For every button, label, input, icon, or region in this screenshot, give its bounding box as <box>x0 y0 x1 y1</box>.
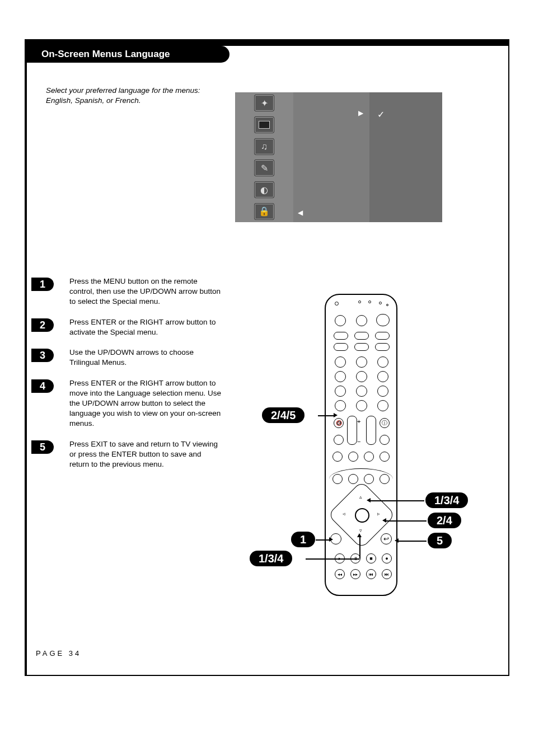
remote-button <box>364 452 374 462</box>
volume-rocker <box>347 416 357 445</box>
leader-line <box>316 539 329 541</box>
intro-text: Select your preferred language for the m… <box>46 86 219 105</box>
step: 5 Press EXIT to save and return to TV vi… <box>31 439 222 470</box>
numpad-button <box>356 356 367 368</box>
steps-list: 1 Press the MENU button on the remote co… <box>31 276 222 480</box>
enter-button <box>355 508 369 523</box>
osd-menu-illustration: ✦ ♫ ✎ ◐ 🔒 ▶ ◀ ✓ <box>235 92 442 222</box>
up-arrow-icon: ▵ <box>359 494 362 500</box>
down-arrow-icon: ▿ <box>359 528 362 533</box>
remote-button <box>334 435 344 445</box>
remote-button <box>334 332 348 340</box>
remote-button <box>354 332 369 340</box>
leader-arrow-icon <box>357 533 362 537</box>
next-track-button: ⏭ <box>382 569 392 579</box>
exit-button: ↩ <box>381 533 392 544</box>
step-number: 1 <box>31 278 54 291</box>
numpad-button <box>377 356 388 368</box>
remote-button <box>375 343 390 351</box>
numpad-button <box>356 400 367 411</box>
numpad-button <box>335 356 346 368</box>
step: 2 Press ENTER or the RIGHT arrow button … <box>31 317 222 337</box>
indicator-dot <box>379 302 382 304</box>
plus-icon: + <box>357 418 360 425</box>
remote-button <box>364 474 374 484</box>
section-title: On-Screen Menus Language <box>25 46 229 63</box>
page-number: PAGE 34 <box>36 649 81 658</box>
step-number: 2 <box>31 318 54 332</box>
leader-line <box>386 520 427 522</box>
remote-button <box>332 452 343 462</box>
numpad-button <box>335 371 346 382</box>
remote-illustration: 🔇 + − ⓘ ▵ ▿ ◃ ▹ ↩ ▸ ⏸ ■ ● ◂◂ <box>325 294 397 596</box>
callout-1: 1 <box>291 532 315 547</box>
numpad-button <box>377 400 388 411</box>
channel-rocker <box>366 416 376 445</box>
leader-line <box>306 558 359 560</box>
record-button: ● <box>382 553 392 564</box>
indicator-dot <box>386 304 388 306</box>
right-arrow-icon: ▹ <box>377 511 380 516</box>
power-button <box>376 314 390 326</box>
remote-button <box>334 343 348 351</box>
callout-2-4-5: 2/4/5 <box>262 407 305 423</box>
osd-right-arrow-icon: ▶ <box>358 109 363 117</box>
leader-line <box>359 537 360 558</box>
osd-check-icon: ✓ <box>377 109 385 120</box>
left-arrow-icon: ◃ <box>343 511 345 516</box>
remote-button <box>380 435 390 445</box>
remote-button <box>354 343 369 351</box>
leader-arrow-icon <box>334 413 338 417</box>
numpad-button <box>335 400 346 411</box>
leader-line <box>318 415 334 416</box>
callout-2-4: 2/4 <box>428 513 461 528</box>
rewind-button: ◂◂ <box>335 569 345 579</box>
leader-arrow-icon <box>367 498 371 503</box>
numpad-button <box>335 386 346 397</box>
numpad-button <box>356 386 367 397</box>
special-icon: ◐ <box>254 181 274 198</box>
lock-icon: 🔒 <box>254 203 274 220</box>
step-text: Use the UP/DOWN arrows to choose Triling… <box>69 348 222 368</box>
info-button: ⓘ <box>380 418 390 428</box>
leader-arrow-icon <box>329 537 333 542</box>
leader-line <box>399 541 427 542</box>
remote-button <box>356 315 367 326</box>
tv-icon <box>254 116 274 133</box>
remote-button <box>348 474 358 484</box>
osd-left-arrow-icon: ◀ <box>298 209 303 217</box>
step-text: Press ENTER or the RIGHT arrow button to… <box>69 378 222 429</box>
indicator-dot <box>335 302 339 306</box>
leader-arrow-icon <box>395 538 399 543</box>
manual-page: On-Screen Menus Language Select your pre… <box>0 0 534 756</box>
clock-icon: ✎ <box>254 159 274 176</box>
indicator-dot <box>368 300 371 303</box>
callout-5: 5 <box>428 533 452 548</box>
step-text: Press ENTER or the RIGHT arrow button to… <box>69 317 222 337</box>
numpad-button <box>377 386 388 397</box>
numpad-button <box>377 371 388 382</box>
callout-1-3-4-right: 1/3/4 <box>425 492 468 508</box>
speaker-icon: ♫ <box>254 138 274 155</box>
mute-button: 🔇 <box>334 418 344 428</box>
osd-icon-column: ✦ ♫ ✎ ◐ 🔒 <box>235 92 293 222</box>
indicator-dot <box>358 300 361 303</box>
step-number: 5 <box>31 440 54 454</box>
step-text: Press EXIT to save and return to TV view… <box>69 439 222 470</box>
numpad-button <box>356 371 367 382</box>
step: 3 Use the UP/DOWN arrows to choose Trili… <box>31 348 222 368</box>
fastforward-button: ▸▸ <box>350 569 360 579</box>
osd-middle-column: ▶ ◀ <box>293 92 369 222</box>
step-text: Press the MENU button on the remote cont… <box>69 276 222 307</box>
callout-1-3-4-left: 1/3/4 <box>250 551 292 566</box>
remote-button <box>335 315 346 326</box>
stop-button: ■ <box>366 553 376 564</box>
remote-button <box>348 452 358 462</box>
step: 4 Press ENTER or the RIGHT arrow button … <box>31 378 222 429</box>
remote-button <box>380 474 390 484</box>
leader-line <box>371 500 424 501</box>
prev-track-button: ⏮ <box>366 569 376 579</box>
osd-right-column: ✓ <box>369 92 442 222</box>
step: 1 Press the MENU button on the remote co… <box>31 276 222 307</box>
remote-button <box>375 332 390 340</box>
